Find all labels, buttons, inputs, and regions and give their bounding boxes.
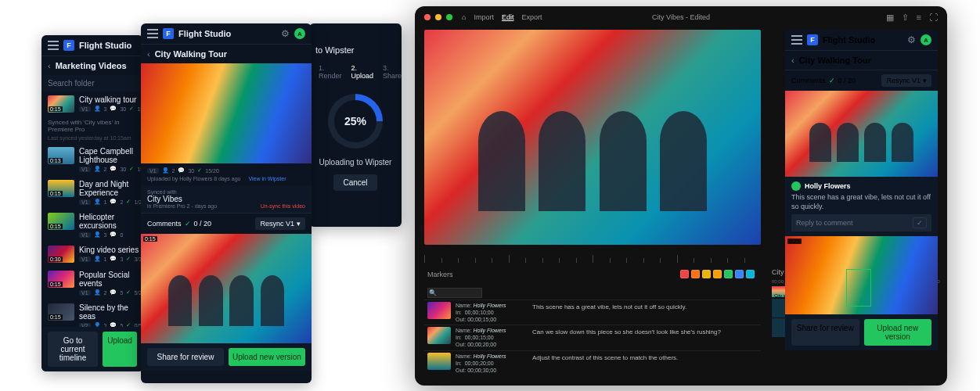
fullscreen-icon[interactable]: ⛶ — [929, 13, 938, 23]
marker-color-dot[interactable] — [691, 270, 700, 278]
go-timeline-button[interactable]: Go to current timeline — [48, 332, 98, 367]
list-item[interactable]: 0:15 City walking tour V1👤3💬30✓15/20 — [41, 91, 143, 117]
back-icon[interactable]: ‹ — [48, 61, 51, 70]
marker-row[interactable]: Name: Holly FlowersIn: 00;00;10;00Out: 0… — [424, 300, 761, 325]
upload-version-button[interactable]: Upload new version — [229, 348, 305, 366]
flight-studio-sidebar: F Flight Studio ⚙ A ‹ City Walking Tour … — [785, 30, 938, 350]
list-item[interactable]: 0:13 Cape Campbell Lighthouse V1👤2💬30✓15… — [41, 143, 143, 176]
author-avatar — [791, 181, 801, 191]
comment-text: This scene has a great vibe, lets not cu… — [791, 193, 931, 211]
annotation-box[interactable] — [846, 269, 871, 307]
back-icon[interactable]: ‹ — [791, 56, 794, 65]
comment-author: Holly Flowers — [805, 182, 851, 190]
send-reply-button[interactable]: ✓ — [913, 217, 927, 228]
grid-icon[interactable]: ▦ — [886, 13, 894, 23]
marker-row[interactable]: Name: Holly FlowersIn: 00;00;20;00Out: 0… — [424, 350, 761, 375]
video-preview[interactable] — [141, 63, 312, 163]
list-item[interactable]: 0:15 Day and Night Experience V1👤1💬2✓1/2 — [41, 176, 143, 209]
timeline-ruler[interactable] — [424, 250, 761, 263]
app-logo: F — [163, 28, 174, 39]
annotation-preview[interactable]: 0:25 — [785, 236, 938, 314]
progress-percent: 25% — [344, 115, 366, 127]
unsync-link[interactable]: Un-sync this video — [261, 203, 305, 209]
marker-color-dot[interactable] — [702, 270, 711, 278]
avatar[interactable]: A — [921, 34, 931, 45]
breadcrumb: Marketing Videos — [56, 61, 127, 70]
comment-preview[interactable]: 0:15 — [141, 234, 312, 343]
share-icon[interactable]: ⇧ — [902, 13, 909, 23]
list-item[interactable]: 0:15 Popular Social events V1👤2💬5✓5/20 — [41, 267, 143, 300]
app-title: Flight Studio — [823, 35, 875, 45]
menu-icon[interactable] — [48, 41, 59, 50]
synced-project: City Vibes — [147, 195, 305, 203]
chevron-down-icon: ▾ — [923, 77, 927, 84]
share-button[interactable]: Share for review — [791, 319, 859, 346]
resync-button[interactable]: Resync V1▾ — [255, 217, 305, 230]
duration-badge: 0:15 — [49, 106, 63, 112]
menu-icon[interactable] — [791, 35, 802, 45]
list-item[interactable]: 0:15 Helicopter excursions V1👤3💬0 — [41, 209, 143, 242]
window-controls[interactable] — [424, 14, 452, 20]
list-item[interactable]: 0:30 King video series V1👤1💬3✓3/3 — [41, 242, 143, 267]
detail-title: City Walking Tour — [155, 49, 227, 59]
app-title: Flight Studio — [79, 41, 132, 50]
step-share: 3. Share — [383, 64, 402, 80]
app-logo: F — [63, 40, 74, 51]
marker-color-dot[interactable] — [713, 270, 722, 278]
markers-label: Markers — [427, 271, 453, 278]
markers-search[interactable] — [427, 288, 482, 298]
marker-color-dot[interactable] — [735, 270, 744, 278]
gear-icon[interactable]: ⚙ — [907, 34, 916, 45]
marker-color-filter[interactable] — [677, 268, 758, 280]
project-title: City Vibes - Edited — [652, 13, 710, 21]
side-preview[interactable] — [785, 91, 938, 177]
marker-color-dot[interactable] — [746, 270, 755, 278]
marker-color-dot[interactable] — [724, 270, 733, 278]
step-upload: 2. Upload — [351, 64, 374, 80]
upload-title: to Wipster — [315, 45, 355, 55]
sync-note: Synced with 'City vibes' in Premiere Pro — [41, 117, 143, 135]
app-logo: F — [807, 34, 818, 45]
markers-panel: Markers Name: Holly FlowersIn: 00;00;10;… — [424, 266, 761, 375]
progress-donut: 25% — [328, 94, 383, 149]
marker-color-dot[interactable] — [680, 270, 689, 278]
upload-button[interactable]: Upload — [103, 332, 137, 367]
search-input[interactable]: Search folder — [41, 75, 143, 91]
menu-export[interactable]: Export — [521, 13, 542, 21]
menu-edit[interactable]: Edit — [502, 13, 514, 21]
item-title: City walking tour — [79, 95, 143, 104]
view-in-wipster-link[interactable]: View in Wipster — [248, 176, 286, 181]
gear-icon[interactable]: ⚙ — [281, 28, 290, 39]
back-icon[interactable]: ‹ — [147, 49, 150, 59]
upload-version-button[interactable]: Upload new version — [864, 319, 932, 346]
sliders-icon[interactable]: ≡ — [917, 13, 921, 23]
sync-sub: Last synced yesterday at 10:15am — [41, 135, 143, 143]
menu-icon[interactable] — [147, 29, 158, 38]
chevron-down-icon: ▾ — [297, 220, 301, 228]
program-monitor[interactable] — [424, 30, 761, 245]
resync-button[interactable]: Resync V1▾ — [881, 74, 931, 87]
share-button[interactable]: Share for review — [147, 348, 224, 366]
home-icon[interactable]: ⌂ — [462, 13, 466, 21]
cancel-button[interactable]: Cancel — [333, 174, 377, 191]
menu-import[interactable]: Import — [474, 13, 494, 21]
app-title: Flight Studio — [178, 29, 231, 38]
marker-row[interactable]: Name: Holly FlowersIn: 00;00;15;00Out: 0… — [424, 325, 761, 350]
step-render: 1. Render — [319, 64, 342, 80]
avatar[interactable]: A — [294, 28, 305, 39]
upload-status: Uploading to Wipster — [309, 158, 402, 167]
reply-input[interactable]: Reply to comment — [796, 219, 853, 227]
side-title: City Walking Tour — [799, 56, 871, 65]
comments-label: Comments✓0 / 20 — [147, 220, 211, 228]
